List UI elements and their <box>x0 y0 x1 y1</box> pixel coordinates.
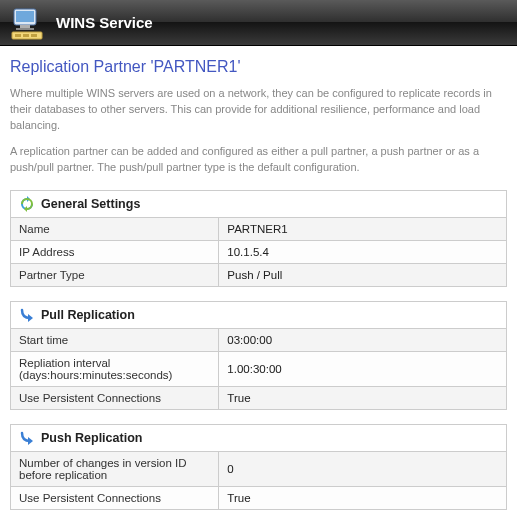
app-title: WINS Service <box>56 14 153 31</box>
prop-label: Repliation interval (days:hours:minutes:… <box>11 351 219 386</box>
page-title: Replication Partner 'PARTNER1' <box>10 58 507 76</box>
prop-value: Push / Pull <box>219 263 507 286</box>
section-header-general: General Settings <box>10 190 507 218</box>
prop-value: True <box>219 386 507 409</box>
arrow-down-right-icon <box>19 430 35 446</box>
svg-rect-3 <box>16 28 34 30</box>
intro-paragraph-1: Where multiple WINS servers are used on … <box>10 86 507 134</box>
section-push-replication: Push Replication Number of changes in ve… <box>10 424 507 510</box>
section-title: Pull Replication <box>41 308 135 322</box>
section-header-pull: Pull Replication <box>10 301 507 329</box>
svg-marker-9 <box>24 206 27 212</box>
push-replication-table: Number of changes in version ID before r… <box>10 452 507 510</box>
table-row: Use Persistent Connections True <box>11 386 507 409</box>
prop-label: Number of changes in version ID before r… <box>11 452 219 487</box>
prop-value: 03:00:00 <box>219 329 507 352</box>
prop-label: Use Persistent Connections <box>11 386 219 409</box>
svg-rect-2 <box>20 25 30 28</box>
page-content: Replication Partner 'PARTNER1' Where mul… <box>0 46 517 519</box>
table-row: IP Address 10.1.5.4 <box>11 240 507 263</box>
refresh-icon <box>19 196 35 212</box>
prop-value: 10.1.5.4 <box>219 240 507 263</box>
wins-service-icon <box>8 4 46 42</box>
section-header-push: Push Replication <box>10 424 507 452</box>
prop-value: 1.00:30:00 <box>219 351 507 386</box>
app-header: WINS Service <box>0 0 517 46</box>
table-row: Partner Type Push / Pull <box>11 263 507 286</box>
prop-value: True <box>219 486 507 509</box>
svg-rect-5 <box>15 34 21 37</box>
section-title: Push Replication <box>41 431 142 445</box>
section-general-settings: General Settings Name PARTNER1 IP Addres… <box>10 190 507 287</box>
table-row: Start time 03:00:00 <box>11 329 507 352</box>
svg-marker-11 <box>28 437 33 445</box>
svg-rect-6 <box>23 34 29 37</box>
svg-rect-1 <box>16 11 34 22</box>
intro-paragraph-2: A replication partner can be added and c… <box>10 144 507 176</box>
prop-label: Name <box>11 218 219 241</box>
svg-rect-7 <box>31 34 37 37</box>
arrow-down-right-icon <box>19 307 35 323</box>
table-row: Use Persistent Connections True <box>11 486 507 509</box>
prop-value: PARTNER1 <box>219 218 507 241</box>
prop-label: Use Persistent Connections <box>11 486 219 509</box>
general-settings-table: Name PARTNER1 IP Address 10.1.5.4 Partne… <box>10 218 507 287</box>
table-row: Number of changes in version ID before r… <box>11 452 507 487</box>
pull-replication-table: Start time 03:00:00 Repliation interval … <box>10 329 507 410</box>
prop-value: 0 <box>219 452 507 487</box>
svg-marker-10 <box>28 314 33 322</box>
prop-label: Partner Type <box>11 263 219 286</box>
prop-label: Start time <box>11 329 219 352</box>
prop-label: IP Address <box>11 240 219 263</box>
table-row: Name PARTNER1 <box>11 218 507 241</box>
table-row: Repliation interval (days:hours:minutes:… <box>11 351 507 386</box>
section-pull-replication: Pull Replication Start time 03:00:00 Rep… <box>10 301 507 410</box>
section-title: General Settings <box>41 197 140 211</box>
